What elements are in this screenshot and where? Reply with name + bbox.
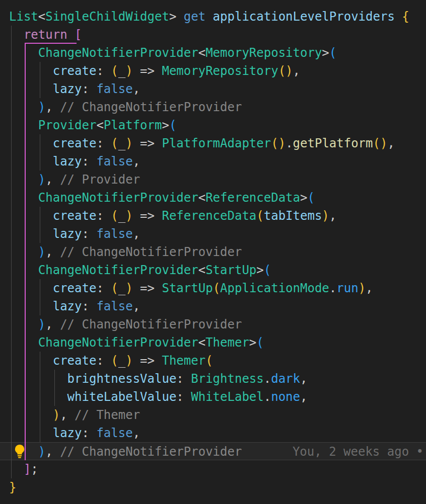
code-line[interactable]: create: (_) => Themer(: [0, 352, 426, 370]
code-token: :: [82, 227, 97, 241]
code-token: [9, 263, 38, 277]
code-token: false: [96, 82, 132, 96]
blame-annotation[interactable]: You, 2 weeks ago •: [293, 443, 423, 461]
code-line[interactable]: ), // ChangeNotifierProvider: [0, 243, 426, 261]
code-line[interactable]: create: (_) => PlatformAdapter().getPlat…: [0, 134, 426, 152]
code-token: get: [184, 10, 205, 24]
code-token: ): [125, 209, 132, 223]
code-line[interactable]: ];: [0, 460, 426, 478]
code-line[interactable]: ), // ChangeNotifierProviderYou, 2 weeks…: [0, 442, 426, 460]
code-line[interactable]: lazy: false,: [0, 424, 426, 442]
code-token: =>: [133, 136, 162, 150]
code-line[interactable]: ChangeNotifierProvider<ReferenceData>(: [0, 189, 426, 207]
code-token: // Provider: [60, 173, 140, 187]
code-token: ,: [45, 317, 60, 331]
code-token: Provider: [38, 118, 97, 132]
code-line[interactable]: ), // ChangeNotifierProvider: [0, 315, 426, 333]
code-line[interactable]: create: (_) => MemoryRepository(),: [0, 62, 426, 80]
code-token: :: [82, 426, 97, 440]
code-line[interactable]: lazy: false,: [0, 297, 426, 315]
code-token: ): [38, 245, 45, 259]
code-token: lazy: [53, 82, 82, 96]
code-line[interactable]: ChangeNotifierProvider<Themer>(: [0, 333, 426, 352]
code-token: [9, 408, 53, 422]
code-token: return: [24, 28, 67, 42]
code-line[interactable]: lazy: false,: [0, 80, 426, 98]
code-token: create: [53, 64, 97, 78]
code-token: // ChangeNotifierProvider: [60, 445, 242, 459]
code-token: [: [75, 28, 82, 42]
code-token: ;: [31, 462, 38, 476]
code-token: MemoryRepository: [205, 46, 322, 60]
code-token: ChangeNotifierProvider: [38, 335, 198, 350]
code-token: ): [38, 173, 45, 187]
code-token: ): [38, 317, 45, 331]
code-token: [9, 227, 53, 241]
code-token: whiteLabelValue: [67, 390, 177, 404]
code-token: MemoryRepository: [162, 64, 278, 78]
code-token: tabItems: [264, 209, 322, 223]
code-line[interactable]: whiteLabelValue: WhiteLabel.none,: [0, 388, 426, 406]
code-line[interactable]: return [: [0, 26, 426, 44]
code-token: (: [264, 263, 271, 277]
code-token: ): [38, 100, 45, 114]
code-token: (: [205, 354, 212, 368]
code-token: false: [96, 154, 132, 169]
code-line[interactable]: ), // Themer: [0, 406, 426, 424]
code-token: ): [38, 445, 45, 459]
code-token: ,: [329, 209, 336, 223]
code-token: ,: [387, 136, 394, 150]
lightbulb-glass: [15, 445, 24, 455]
code-line[interactable]: lazy: false,: [0, 225, 426, 243]
code-token: (: [307, 191, 314, 205]
code-token: [9, 281, 53, 295]
code-token: .: [329, 281, 336, 295]
code-token: (): [271, 136, 286, 150]
code-token: [9, 209, 53, 223]
code-token: SingleChildWidget: [45, 10, 169, 24]
lightbulb-icon[interactable]: [13, 444, 27, 459]
code-line[interactable]: Provider<Platform>(: [0, 116, 426, 134]
code-token: ,: [60, 408, 75, 422]
code-token: [9, 136, 53, 150]
code-line[interactable]: brightnessValue: Brightness.dark,: [0, 370, 426, 388]
code-line[interactable]: ), // Provider: [0, 171, 426, 189]
code-line[interactable]: lazy: false,: [0, 152, 426, 171]
code-token: <: [198, 46, 205, 60]
code-editor[interactable]: List<SingleChildWidget> get applicationL…: [0, 0, 426, 504]
code-token: ChangeNotifierProvider: [38, 46, 198, 60]
code-line[interactable]: List<SingleChildWidget> get applicationL…: [0, 8, 426, 26]
code-token: .: [264, 390, 271, 404]
code-line[interactable]: }: [0, 478, 426, 496]
code-token: WhiteLabel: [191, 390, 264, 404]
code-token: ,: [45, 173, 60, 187]
code-token: :: [96, 136, 111, 150]
code-token: [9, 64, 53, 78]
code-token: ReferenceData: [162, 209, 256, 223]
code-token: =>: [133, 64, 162, 78]
code-token: =>: [133, 281, 162, 295]
code-token: =>: [133, 209, 162, 223]
code-token: List: [9, 10, 38, 24]
code-token: false: [96, 299, 132, 313]
code-token: _: [118, 64, 125, 78]
code-line[interactable]: ), // ChangeNotifierProvider: [0, 98, 426, 116]
code-token: :: [96, 354, 111, 368]
code-token: Brightness: [191, 372, 264, 386]
code-token: ,: [133, 299, 140, 313]
code-token: create: [53, 281, 97, 295]
code-token: [9, 317, 38, 331]
code-token: [9, 299, 53, 313]
code-line[interactable]: ChangeNotifierProvider<StartUp>(: [0, 261, 426, 279]
code-line[interactable]: ChangeNotifierProvider<MemoryRepository>…: [0, 44, 426, 62]
code-token: false: [96, 227, 132, 241]
code-token: }: [9, 480, 16, 494]
code-token: [9, 335, 38, 350]
code-token: [395, 10, 402, 24]
code-token: _: [118, 209, 125, 223]
code-line[interactable]: create: (_) => StartUp(ApplicationMode.r…: [0, 279, 426, 297]
code-line[interactable]: create: (_) => ReferenceData(tabItems),: [0, 207, 426, 225]
code-token: [9, 82, 53, 96]
code-lines: List<SingleChildWidget> get applicationL…: [0, 8, 426, 496]
code-token: [9, 173, 38, 187]
